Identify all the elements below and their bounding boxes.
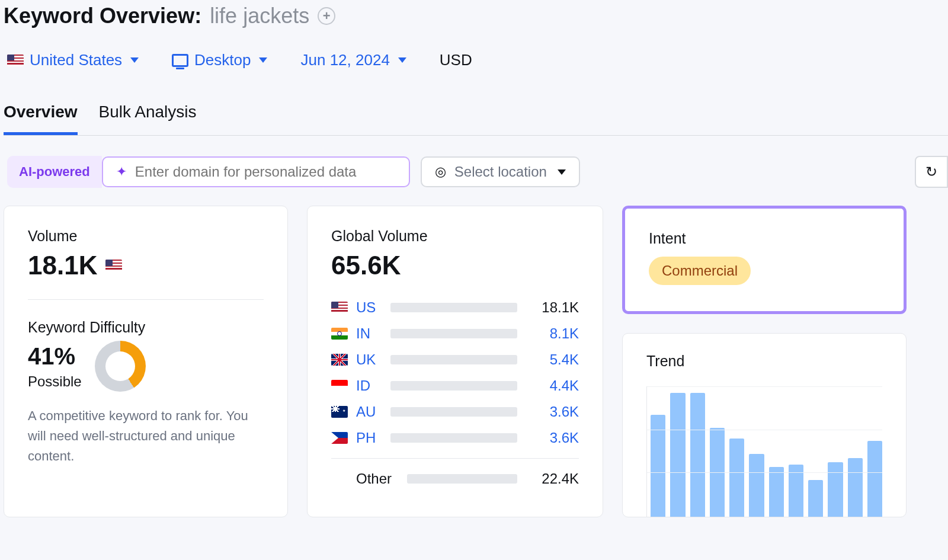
country-volume-row[interactable]: UK5.4K — [331, 347, 579, 373]
id-flag-icon — [331, 380, 348, 392]
volume-value: 18.1K — [28, 251, 97, 280]
volume-bar — [390, 433, 517, 443]
tab-overview[interactable]: Overview — [4, 103, 78, 135]
trend-bar — [867, 441, 882, 517]
device-filter[interactable]: Desktop — [172, 51, 267, 69]
desktop-icon — [172, 54, 188, 67]
volume-bar — [390, 407, 517, 417]
ai-powered-badge: AI-powered — [7, 156, 102, 188]
tab-bulk-analysis[interactable]: Bulk Analysis — [99, 103, 197, 135]
sparkle-icon: ✦ — [116, 164, 127, 180]
global-volume-title: Global Volume — [331, 228, 579, 245]
kd-label: Possible — [28, 373, 82, 390]
country-code: UK — [356, 351, 382, 368]
trend-bar — [848, 458, 863, 517]
us-flag-icon — [105, 260, 122, 271]
trend-bar — [769, 467, 784, 517]
volume-title: Volume — [28, 228, 264, 245]
country-volume-row[interactable]: PH3.6K — [331, 425, 579, 451]
country-volume-value: 3.6K — [526, 404, 579, 420]
country-volume-row[interactable]: ID4.4K — [331, 373, 579, 399]
kd-title: Keyword Difficulty — [28, 319, 264, 336]
trend-bar — [729, 439, 744, 517]
intent-title: Intent — [649, 230, 880, 247]
volume-bar — [407, 474, 517, 484]
volume-bar — [390, 381, 517, 391]
refresh-button[interactable]: ↻ — [915, 156, 948, 188]
domain-input-wrapper[interactable]: ✦ — [102, 156, 410, 187]
domain-input[interactable] — [135, 164, 396, 180]
trend-bar — [651, 415, 665, 517]
country-filter-label: United States — [30, 51, 122, 69]
kd-description: A competitive keyword to rank for. You w… — [28, 406, 264, 466]
country-code: AU — [356, 404, 382, 420]
chevron-down-icon — [398, 57, 406, 63]
us-flag-icon — [331, 302, 348, 313]
country-volume-row[interactable]: US18.1K — [331, 295, 579, 321]
volume-bar — [390, 329, 517, 338]
country-volume-value: 8.1K — [526, 325, 579, 342]
country-volume-value: 4.4K — [526, 377, 579, 394]
refresh-icon: ↻ — [925, 164, 937, 180]
country-code: ID — [356, 377, 382, 394]
country-code: PH — [356, 430, 382, 446]
date-filter[interactable]: Jun 12, 2024 — [300, 51, 406, 69]
chevron-down-icon — [558, 169, 566, 175]
volume-card: Volume 18.1K Keyword Difficulty 41% Poss… — [4, 206, 288, 517]
volume-bar — [390, 303, 517, 312]
uk-flag-icon — [331, 354, 348, 366]
date-filter-label: Jun 12, 2024 — [300, 51, 389, 69]
country-volume-row[interactable]: IN8.1K — [331, 321, 579, 347]
location-select-label: Select location — [454, 164, 547, 180]
chevron-down-icon — [259, 57, 267, 63]
tabs: OverviewBulk Analysis — [4, 103, 948, 136]
country-code: IN — [356, 325, 382, 342]
intent-badge: Commercial — [649, 257, 751, 285]
trend-bar — [670, 393, 685, 517]
trend-title: Trend — [646, 353, 882, 370]
country-code: US — [356, 299, 382, 316]
country-volume-value: 3.6K — [526, 430, 579, 446]
page-title-keyword: life jackets — [210, 4, 309, 28]
kd-donut-chart — [95, 341, 146, 392]
other-volume-row: Other22.4K — [331, 466, 579, 492]
trend-bar — [808, 480, 823, 517]
country-volume-value: 18.1K — [526, 299, 579, 316]
in-flag-icon — [331, 328, 348, 340]
chevron-down-icon — [130, 57, 139, 63]
add-keyword-button[interactable]: + — [318, 7, 335, 25]
trend-bar — [690, 393, 705, 517]
trend-bar — [749, 454, 764, 517]
ph-flag-icon — [331, 432, 348, 444]
country-filter[interactable]: United States — [7, 51, 139, 69]
au-flag-icon — [331, 406, 348, 418]
trend-chart — [646, 386, 882, 517]
page-title-prefix: Keyword Overview: — [4, 4, 201, 28]
volume-bar — [390, 355, 517, 364]
location-select[interactable]: ◎ Select location — [421, 156, 580, 187]
kd-value: 41% — [28, 343, 82, 370]
currency-label: USD — [440, 51, 472, 69]
device-filter-label: Desktop — [194, 51, 251, 69]
trend-card: Trend — [622, 333, 907, 517]
us-flag-icon — [7, 55, 24, 66]
global-volume-card: Global Volume 65.6K US18.1KIN8.1KUK5.4KI… — [307, 206, 603, 517]
other-label: Other — [356, 471, 399, 487]
global-volume-value: 65.6K — [331, 251, 401, 280]
country-volume-value: 5.4K — [526, 351, 579, 368]
country-volume-row[interactable]: AU3.6K — [331, 399, 579, 425]
intent-card: Intent Commercial — [622, 206, 907, 314]
trend-bar — [828, 462, 843, 517]
pin-icon: ◎ — [435, 164, 446, 180]
other-volume-value: 22.4K — [526, 471, 579, 487]
